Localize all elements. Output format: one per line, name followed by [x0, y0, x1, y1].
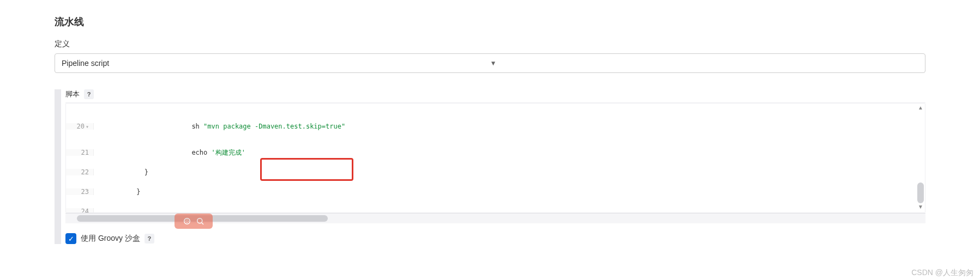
definition-select[interactable]: Pipeline script ▼: [55, 53, 925, 73]
definition-label: 定义: [55, 39, 925, 49]
scroll-thumb-vertical[interactable]: [917, 182, 924, 203]
scroll-down-icon[interactable]: ▼: [918, 203, 923, 211]
code-content: 20▾ sh "mvn package -Dmaven.test.skip=tr…: [66, 104, 925, 213]
groovy-sandbox-checkbox[interactable]: ✓: [65, 233, 76, 244]
code-editor[interactable]: 20▾ sh "mvn package -Dmaven.test.skip=tr…: [65, 103, 925, 213]
scrollbar-vertical[interactable]: ▲ ▼: [917, 104, 924, 211]
page-title: 流水线: [55, 15, 925, 28]
svg-point-0: [184, 218, 190, 224]
help-icon[interactable]: ?: [145, 234, 154, 244]
svg-point-1: [197, 218, 202, 223]
overlay-badge: [175, 214, 213, 229]
definition-select-value: Pipeline script: [62, 59, 490, 68]
help-icon[interactable]: ?: [84, 89, 94, 99]
chevron-down-icon: ▼: [490, 59, 919, 67]
scroll-up-icon[interactable]: ▲: [918, 104, 923, 112]
watermark: CSDN @人生匆匆: [911, 268, 973, 278]
groovy-sandbox-label: 使用 Groovy 沙盒: [81, 234, 140, 244]
script-label: 脚本: [65, 89, 80, 99]
